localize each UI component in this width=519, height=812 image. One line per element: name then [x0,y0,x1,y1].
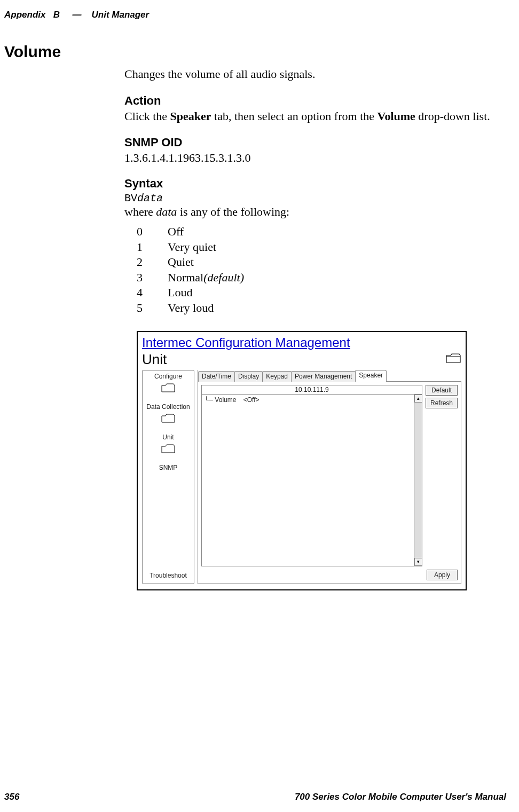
folder-icon [161,413,176,424]
screenshot-title[interactable]: Intermec Configuration Management [142,335,461,350]
tab-content: 10.10.111.9 └─ Volume <Off> ▴ ▾ [198,381,461,584]
book-title: 700 Series Color Mobile Computer User's … [295,792,506,802]
folder-icon [445,352,461,366]
svg-marker-0 [446,354,460,362]
tab-power-management[interactable]: Power Management [291,371,356,382]
snmp-value: 1.3.6.1.4.1.1963.15.3.1.3.0 [124,151,498,165]
tree-header: 10.10.111.9 [202,385,422,395]
sidebar-item-unit[interactable]: Unit [144,433,193,458]
snmp-heading: SNMP OID [124,136,498,149]
action-buttons: Default Refresh [426,385,458,566]
page-header: Appendix B — Unit Manager [4,10,149,20]
section-intro: Changes the volume of all audio signals. [124,67,498,81]
refresh-button[interactable]: Refresh [426,398,458,408]
svg-marker-4 [162,445,175,453]
sidebar-item-troubleshoot[interactable]: Troubleshoot [144,570,193,581]
tabs: Date/Time Display Keypad Power Managemen… [198,370,461,382]
tab-keypad[interactable]: Keypad [262,371,292,382]
syntax-where: where data is any of the following: [124,205,498,219]
action-heading: Action [124,94,498,108]
tab-speaker[interactable]: Speaker [355,370,387,382]
scroll-up-icon[interactable]: ▴ [414,395,422,403]
appendix-title: Unit Manager [92,10,150,20]
separator: — [73,10,82,20]
tree-panel: 10.10.111.9 └─ Volume <Off> ▴ ▾ [201,385,422,566]
page-number: 356 [4,792,19,802]
sidebar: Configure Data Collection Unit SNMP Trou… [142,370,194,584]
tab-display[interactable]: Display [234,371,263,382]
page-footer: 356 700 Series Color Mobile Computer Use… [4,792,506,802]
svg-marker-2 [162,384,175,392]
sidebar-item-data-collection[interactable]: Data Collection [144,403,193,427]
screenshot-section-label: Unit [142,351,167,368]
scroll-down-icon[interactable]: ▾ [414,558,422,566]
config-screenshot: Intermec Configuration Management Unit C… [137,331,467,590]
default-button[interactable]: Default [426,385,458,396]
sidebar-item-configure[interactable]: Configure [144,373,193,397]
section-heading: Volume [4,43,498,61]
appendix-letter: B [53,10,60,20]
svg-marker-3 [162,414,175,422]
appendix-label: Appendix [4,10,45,20]
tree-item-volume[interactable]: └─ Volume <Off> [202,395,422,405]
scrollbar[interactable]: ▴ ▾ [414,395,422,566]
tab-date-time[interactable]: Date/Time [198,371,235,382]
main-area: Date/Time Display Keypad Power Managemen… [198,370,461,584]
syntax-code: BVdata [124,192,498,205]
folder-icon [161,382,176,394]
apply-button[interactable]: Apply [427,570,458,580]
action-text: Click the Speaker tab, then select an op… [124,109,498,124]
folder-icon [161,443,176,455]
sidebar-item-snmp[interactable]: SNMP [144,464,193,471]
syntax-heading: Syntax [124,177,498,191]
syntax-values-list: 0Off 1Very quiet 2Quiet 3Normal (default… [137,224,498,316]
